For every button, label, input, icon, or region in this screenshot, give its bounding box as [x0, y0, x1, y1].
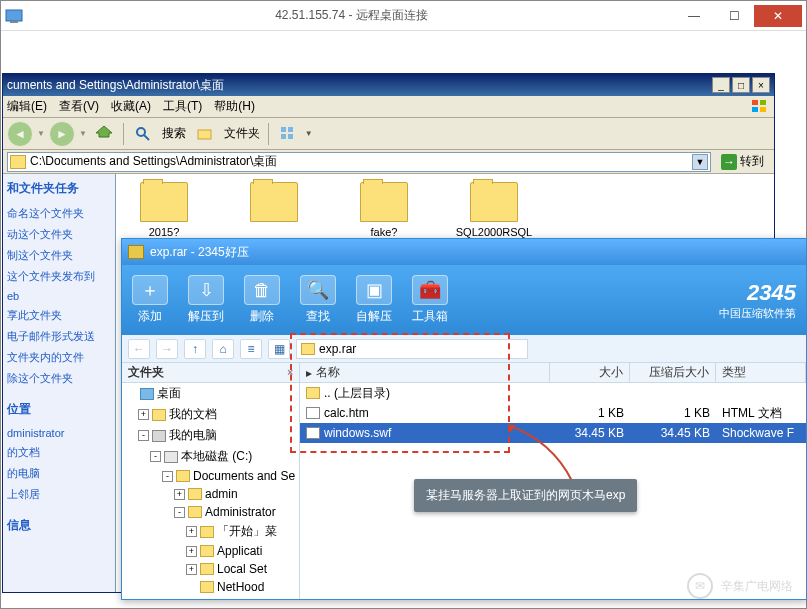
task-item[interactable]: 除这个文件夹 [5, 368, 113, 389]
forward-button[interactable]: ► [49, 121, 75, 147]
archive-titlebar[interactable]: exp.rar - 2345好压 [122, 239, 806, 265]
tree-node[interactable]: -Administrator [122, 503, 299, 521]
brand-logo: 2345 [719, 280, 796, 306]
archive-path-box[interactable]: exp.rar [296, 339, 528, 359]
expand-icon[interactable]: - [162, 471, 173, 482]
back-button[interactable]: ◄ [7, 121, 33, 147]
address-input[interactable]: C:\Documents and Settings\Administrator\… [7, 152, 711, 172]
views-dropdown-icon[interactable]: ▼ [305, 129, 313, 138]
place-item[interactable]: 的文档 [5, 442, 113, 463]
row-size: 34.45 KB [550, 423, 630, 443]
expand-icon[interactable]: - [174, 507, 185, 518]
tree-node[interactable]: +Local Set [122, 560, 299, 578]
folder-icon [10, 155, 26, 169]
tree-node[interactable]: -我的电脑 [122, 425, 299, 446]
find-icon: 🔍 [300, 275, 336, 305]
back-dropdown-icon[interactable]: ▼ [37, 129, 45, 138]
task-item[interactable]: 这个文件夹发布到 [5, 266, 113, 287]
explorer-minimize-button[interactable]: _ [712, 77, 730, 93]
up-button[interactable] [91, 121, 117, 147]
expand-icon[interactable]: - [138, 430, 149, 441]
search-icon[interactable] [130, 121, 156, 147]
menu-favorites[interactable]: 收藏(A) [111, 98, 151, 115]
expand-icon[interactable]: + [186, 564, 197, 575]
explorer-titlebar[interactable]: cuments and Settings\Administrator\桌面 _ … [3, 74, 774, 96]
menu-tools[interactable]: 工具(T) [163, 98, 202, 115]
expand-icon[interactable]: + [186, 546, 197, 557]
search-label[interactable]: 搜索 [162, 125, 186, 142]
extract-button[interactable]: ⇩解压到 [188, 275, 224, 325]
task-item[interactable]: 文件夹内的文件 [5, 347, 113, 368]
place-item[interactable]: 上邻居 [5, 484, 113, 505]
delete-button[interactable]: 🗑删除 [244, 275, 280, 325]
node-label: Applicati [217, 544, 262, 558]
tree-node[interactable]: +「开始」菜 [122, 521, 299, 542]
file-name: 2015? [124, 226, 204, 238]
expand-icon[interactable]: - [150, 451, 161, 462]
place-item[interactable]: 的电脑 [5, 463, 113, 484]
explorer-maximize-button[interactable]: □ [732, 77, 750, 93]
minimize-button[interactable]: — [674, 5, 714, 27]
list-row[interactable]: .. (上层目录) [300, 383, 806, 403]
folders-icon[interactable] [192, 121, 218, 147]
col-name[interactable]: ▸名称 [300, 363, 550, 382]
rdp-titlebar[interactable]: 42.51.155.74 - 远程桌面连接 — ☐ ✕ [1, 1, 806, 31]
tree-header: 文件夹× [122, 363, 299, 383]
nav-home-button[interactable]: ⌂ [212, 339, 234, 359]
node-icon [176, 470, 190, 482]
forward-dropdown-icon[interactable]: ▼ [79, 129, 87, 138]
col-type[interactable]: 类型 [716, 363, 806, 382]
task-item[interactable]: 动这个文件夹 [5, 224, 113, 245]
rdp-icon [5, 7, 23, 25]
views-button[interactable] [275, 121, 301, 147]
row-type: HTML 文档 [716, 403, 806, 423]
menu-view[interactable]: 查看(V) [59, 98, 99, 115]
task-item[interactable]: eb [5, 287, 113, 305]
tree-node[interactable]: -本地磁盘 (C:) [122, 446, 299, 467]
task-item[interactable]: 制这个文件夹 [5, 245, 113, 266]
sfx-button[interactable]: ▣自解压 [356, 275, 392, 325]
nav-list-button[interactable]: ≡ [240, 339, 262, 359]
node-label: 桌面 [157, 385, 181, 402]
svg-rect-0 [6, 10, 22, 21]
find-button[interactable]: 🔍查找 [300, 275, 336, 325]
tools-button[interactable]: 🧰工具箱 [412, 275, 448, 325]
nav-back-button[interactable]: ← [128, 339, 150, 359]
menu-help[interactable]: 帮助(H) [214, 98, 255, 115]
task-item[interactable]: 命名这个文件夹 [5, 203, 113, 224]
tree-node[interactable]: +Applicati [122, 542, 299, 560]
folders-label[interactable]: 文件夹 [224, 125, 260, 142]
address-text: C:\Documents and Settings\Administrator\… [30, 153, 277, 170]
explorer-close-button[interactable]: × [752, 77, 770, 93]
expand-icon[interactable]: + [138, 409, 149, 420]
nav-view-button[interactable]: ▦ [268, 339, 290, 359]
expand-icon[interactable]: + [186, 526, 197, 537]
tree-node[interactable]: PrintHood [122, 596, 299, 599]
node-label: 本地磁盘 (C:) [181, 448, 252, 465]
list-row[interactable]: calc.htm1 KB1 KBHTML 文档 [300, 403, 806, 423]
expand-icon[interactable]: + [174, 489, 185, 500]
tree-node[interactable]: +我的文档 [122, 404, 299, 425]
tree-node[interactable]: +admin [122, 485, 299, 503]
close-button[interactable]: ✕ [754, 5, 802, 27]
col-compressed-size[interactable]: 压缩后大小 [630, 363, 716, 382]
tree-close-icon[interactable]: × [287, 367, 293, 378]
menu-edit[interactable]: 编辑(E) [7, 98, 47, 115]
tree-node[interactable]: NetHood [122, 578, 299, 596]
go-button[interactable]: → 转到 [715, 152, 770, 172]
task-item[interactable]: 电子邮件形式发送 [5, 326, 113, 347]
task-item[interactable]: 享此文件夹 [5, 305, 113, 326]
col-size[interactable]: 大小 [550, 363, 630, 382]
watermark-text: 辛集广电网络 [721, 578, 793, 595]
tree-node[interactable]: -Documents and Se [122, 467, 299, 485]
place-item[interactable]: dministrator [5, 424, 113, 442]
nav-up-button[interactable]: ↑ [184, 339, 206, 359]
maximize-button[interactable]: ☐ [714, 5, 754, 27]
list-row[interactable]: windows.swf34.45 KB34.45 KBShockwave F [300, 423, 806, 443]
add-button[interactable]: ＋添加 [132, 275, 168, 325]
nav-forward-button[interactable]: → [156, 339, 178, 359]
tree-node[interactable]: 桌面 [122, 383, 299, 404]
add-icon: ＋ [132, 275, 168, 305]
node-icon [152, 409, 166, 421]
address-dropdown-icon[interactable]: ▼ [692, 154, 708, 170]
